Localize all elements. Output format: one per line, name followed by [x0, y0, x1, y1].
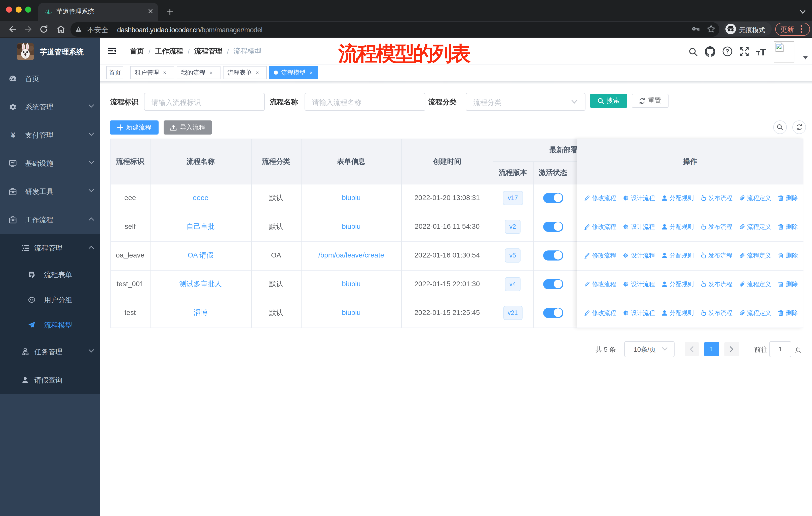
svg-text:T: T: [760, 47, 766, 56]
svg-text:T: T: [756, 49, 760, 56]
svg-text:?: ?: [726, 48, 729, 55]
